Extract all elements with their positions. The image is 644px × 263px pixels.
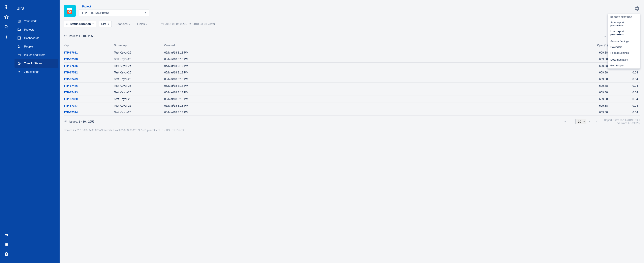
col-header-created[interactable]: Created [164,44,572,47]
issue-key-link[interactable]: TTP-87314 [64,111,78,114]
sidebar: Jira Your work Projects Dashboards Peopl… [13,0,60,263]
sidebar-item-your-work[interactable]: Your work [13,17,60,25]
svg-point-21 [18,46,19,46]
menu-load-report-params[interactable]: Load report parameters [608,28,640,37]
project-select-value: TTP - TIS Test Project [82,11,109,14]
cell-last: 0.04 [608,98,640,100]
svg-point-26 [19,72,20,72]
table-row: TTP-87380Test Kaydı-2605/Mar/18 3:13 PM6… [64,96,640,102]
sidebar-item-people[interactable]: People [13,42,60,51]
col-header-summary[interactable]: Summary [114,44,164,47]
table-row: TTP-87479Test Kaydı-2605/Mar/18 3:13 PM6… [64,76,640,82]
svg-rect-30 [66,23,67,23]
cell-created: 05/Mar/18 3:13 PM [164,111,572,114]
sidebar-item-label: People [24,45,33,48]
cell-open: 609.88 [572,58,608,61]
chevron-down-icon: ⌄ [79,5,81,8]
issue-key-link[interactable]: TTP-87347 [64,104,78,107]
sidebar-item-dashboards[interactable]: Dashboards [13,34,60,42]
refresh-icon[interactable] [64,120,67,123]
svg-rect-35 [68,24,68,24]
statuses-dropdown[interactable]: Statuses ⌄ [114,21,132,27]
svg-rect-4 [5,243,6,244]
jira-logo-icon[interactable] [3,4,10,10]
list-button[interactable]: List ▼ [99,21,112,27]
svg-rect-11 [6,245,7,246]
menu-get-support[interactable]: Get Support [608,62,640,68]
table-row: TTP-87611Test Kaydı-2605/Mar/18 3:13 PM6… [64,49,640,56]
svg-point-22 [19,46,20,46]
issue-key-link[interactable]: TTP-87446 [64,84,78,87]
issue-key-link[interactable]: TTP-87578 [64,58,78,61]
caret-down-icon: ▼ [108,23,110,25]
cell-created: 05/Mar/18 3:13 PM [164,71,572,74]
svg-rect-7 [5,244,6,245]
svg-rect-34 [67,24,68,24]
issue-key-link[interactable]: TTP-87545 [64,64,78,68]
issue-key-link[interactable]: TTP-87413 [64,91,78,94]
menu-documentation[interactable]: Documentation [608,57,640,62]
page-size-select[interactable]: 10 [575,119,586,124]
svg-line-1 [7,28,8,29]
project-select[interactable]: TTP - TIS Test Project ▼ [79,9,149,16]
sidebar-item-projects[interactable]: Projects [13,25,60,34]
cell-open: 609.88 [572,104,608,107]
cell-created: 05/Mar/18 3:13 PM [164,104,572,107]
cell-open: 609.88 [572,78,608,81]
plus-icon[interactable] [3,34,10,40]
fields-dropdown[interactable]: Fields ⌄ [135,21,149,27]
pager-first[interactable]: « [562,120,569,123]
breadcrumb[interactable]: ⌄ Project [79,5,640,8]
issues-count: Issues: 1 - 10 / 2655 [69,34,94,38]
table-header: Key Summary Created Open(1) [64,42,640,49]
col-header-open[interactable]: Open(1) [572,44,608,47]
menu-save-report-params[interactable]: Save report parameters [608,20,640,28]
col-header-key[interactable]: Key [64,44,114,47]
cell-summary: Test Kaydı-26 [114,64,164,68]
refresh-icon[interactable] [64,34,67,38]
cell-created: 05/Mar/18 3:13 PM [164,84,572,87]
app-switcher-icon[interactable] [3,241,10,248]
date-range[interactable]: 2018-03-05 00:00 to 2018-03-05 23:59 [160,22,215,26]
cell-open: 609.88 [572,51,608,54]
menu-calendars[interactable]: Calendars [608,44,640,50]
menu-access-settings[interactable]: Access Settings [608,38,640,44]
pager-last[interactable]: » [593,120,600,123]
people-icon [17,44,21,49]
chevron-down-icon: ⌄ [129,23,130,25]
issue-key-link[interactable]: TTP-87380 [64,98,78,100]
status-duration-button[interactable]: Status Duration ▼ [64,21,96,27]
cell-open: 609.88 [572,91,608,94]
menu-format-settings[interactable]: Format Settings [608,50,640,56]
cell-summary: Test Kaydı-26 [114,91,164,94]
pager-prev[interactable]: ‹ [569,120,575,123]
date-to: 2018-03-05 23:59 [193,22,215,26]
work-icon [17,19,21,23]
sidebar-item-label: Issues and filters [24,53,45,56]
cell-last: 0.04 [608,111,640,114]
sidebar-item-time-in-status[interactable]: Time In Status [14,59,58,68]
sidebar-item-label: Jira settings [24,70,39,74]
cell-summary: Test Kaydı-26 [114,111,164,114]
megaphone-icon[interactable] [3,232,10,238]
help-icon[interactable]: ? [3,251,10,257]
sidebar-item-issues[interactable]: Issues and filters [13,51,60,59]
issue-key-link[interactable]: TTP-87479 [64,78,78,81]
issue-key-link[interactable]: TTP-87611 [64,51,78,54]
svg-rect-8 [6,244,7,245]
chevron-down-icon: ⌄ [146,23,148,25]
cell-last: 0.04 [608,71,640,74]
svg-rect-12 [7,245,8,246]
pager-next[interactable]: › [586,120,593,123]
table-row: TTP-87446Test Kaydı-2605/Mar/18 3:13 PM6… [64,82,640,89]
dropdown-header: REPORT SETTINGS [608,14,640,20]
star-icon[interactable] [3,14,10,20]
search-icon[interactable] [3,24,10,30]
sidebar-item-jira-settings[interactable]: Jira settings [13,68,60,76]
svg-point-29 [69,11,71,13]
settings-gear-button[interactable] [634,6,640,12]
cell-last: 0.04 [608,78,640,81]
cell-open: 609.88 [572,71,608,74]
issue-key-link[interactable]: TTP-87512 [64,71,78,74]
svg-rect-28 [67,8,72,10]
